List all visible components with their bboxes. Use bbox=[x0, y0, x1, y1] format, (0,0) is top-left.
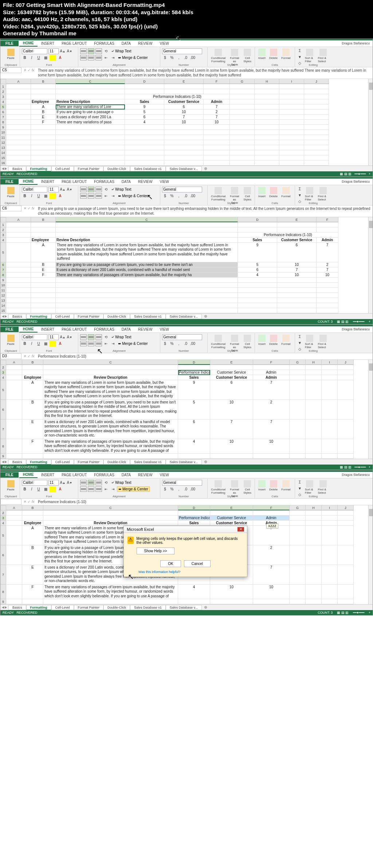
cell[interactable] bbox=[56, 155, 125, 160]
cell[interactable] bbox=[6, 120, 31, 125]
cell[interactable] bbox=[6, 267, 31, 272]
cell[interactable] bbox=[304, 89, 329, 94]
cell[interactable] bbox=[56, 278, 238, 283]
col-header[interactable]: A bbox=[6, 505, 22, 510]
align-middle[interactable] bbox=[88, 334, 94, 340]
tab-data[interactable]: DATA bbox=[118, 41, 134, 46]
cell[interactable]: Review Description bbox=[43, 375, 178, 380]
cell[interactable] bbox=[290, 370, 306, 375]
cell[interactable] bbox=[338, 545, 354, 565]
col-header[interactable]: I bbox=[322, 360, 338, 365]
col-header[interactable]: H bbox=[306, 360, 322, 365]
cell[interactable] bbox=[56, 288, 238, 293]
comma-icon[interactable]: , bbox=[176, 193, 182, 199]
cell[interactable] bbox=[255, 110, 279, 115]
cell[interactable]: 5 bbox=[125, 110, 164, 115]
delete-button[interactable]: Delete bbox=[268, 48, 279, 60]
cell[interactable] bbox=[204, 84, 230, 89]
format-button[interactable]: Format bbox=[280, 334, 292, 346]
sheet-tab[interactable]: Cell-Level bbox=[51, 459, 74, 465]
cell[interactable] bbox=[230, 145, 255, 150]
cell[interactable] bbox=[125, 135, 164, 140]
cell[interactable] bbox=[338, 400, 354, 419]
cell[interactable] bbox=[164, 84, 204, 89]
cell[interactable] bbox=[304, 160, 329, 166]
cell[interactable]: 5 bbox=[238, 262, 277, 267]
col-header[interactable]: F bbox=[253, 505, 290, 510]
cell[interactable] bbox=[6, 439, 22, 454]
cell[interactable] bbox=[277, 283, 317, 288]
cell[interactable] bbox=[6, 365, 22, 370]
sheet-tab[interactable]: Sales Database v... bbox=[166, 605, 202, 610]
cell[interactable] bbox=[164, 89, 204, 94]
cell[interactable] bbox=[317, 298, 338, 303]
cell[interactable] bbox=[338, 365, 354, 370]
align-top[interactable] bbox=[80, 48, 87, 54]
cell[interactable]: F bbox=[31, 272, 56, 278]
fill-color-button[interactable] bbox=[50, 341, 56, 347]
cell[interactable] bbox=[210, 454, 253, 459]
cell[interactable]: E bbox=[22, 419, 43, 439]
col-header[interactable]: B bbox=[31, 217, 56, 222]
format-button[interactable]: Format bbox=[280, 186, 292, 199]
cell[interactable]: E bbox=[22, 565, 43, 585]
fx-icon[interactable]: fx bbox=[32, 68, 34, 72]
cell[interactable] bbox=[322, 599, 338, 604]
cell[interactable]: 2 bbox=[253, 545, 290, 565]
insert-button[interactable]: Insert bbox=[257, 479, 267, 492]
cell[interactable]: If you are going to use a passage o bbox=[56, 110, 125, 115]
add-sheet-icon[interactable]: ⊕ bbox=[202, 166, 209, 171]
decrease-font-icon[interactable]: A▼ bbox=[67, 187, 72, 192]
cell[interactable]: Admin bbox=[253, 375, 290, 380]
cell[interactable] bbox=[125, 130, 164, 135]
cell[interactable] bbox=[230, 160, 255, 166]
cell[interactable] bbox=[304, 84, 329, 89]
font-select[interactable] bbox=[22, 187, 47, 192]
cell[interactable]: 10 bbox=[210, 439, 253, 454]
cell[interactable] bbox=[125, 125, 164, 130]
percent-icon[interactable]: % bbox=[169, 341, 175, 347]
cell[interactable] bbox=[322, 545, 338, 565]
cell[interactable] bbox=[31, 140, 56, 145]
comma-icon[interactable]: , bbox=[176, 486, 182, 492]
cell[interactable]: 10 bbox=[317, 272, 338, 278]
col-header[interactable]: J bbox=[304, 79, 329, 84]
cell[interactable]: 4 bbox=[178, 439, 210, 454]
cell[interactable] bbox=[255, 145, 279, 150]
cell[interactable] bbox=[31, 222, 56, 227]
cell[interactable] bbox=[204, 135, 230, 140]
cell[interactable] bbox=[279, 115, 304, 120]
dec-decimal-icon[interactable]: .00 bbox=[190, 486, 196, 492]
cell[interactable] bbox=[204, 145, 230, 150]
cell[interactable] bbox=[322, 370, 338, 375]
cell[interactable]: 10 bbox=[253, 585, 290, 599]
cell[interactable]: There are many variations of passages of… bbox=[56, 272, 238, 278]
font-select[interactable] bbox=[22, 334, 47, 340]
cell[interactable] bbox=[230, 120, 255, 125]
cell[interactable] bbox=[56, 84, 125, 89]
font-color-button[interactable]: A bbox=[57, 55, 63, 61]
cell[interactable] bbox=[6, 419, 22, 439]
dec-decimal-icon[interactable]: .00 bbox=[190, 341, 196, 347]
cell[interactable] bbox=[56, 145, 125, 150]
col-header[interactable]: J bbox=[338, 360, 354, 365]
cell[interactable]: Admin bbox=[317, 238, 338, 243]
indent-dec-icon[interactable]: ⇤ bbox=[103, 55, 109, 61]
col-header[interactable]: H bbox=[306, 505, 322, 510]
cell[interactable] bbox=[31, 150, 56, 155]
cell[interactable] bbox=[279, 99, 304, 104]
cell[interactable] bbox=[277, 227, 317, 232]
cell[interactable] bbox=[253, 510, 290, 515]
italic-button[interactable]: I bbox=[29, 193, 35, 199]
sheet-tab[interactable]: Sales Database v1 bbox=[130, 314, 166, 319]
col-header[interactable]: C bbox=[56, 79, 125, 84]
cell[interactable] bbox=[31, 94, 56, 99]
cell[interactable] bbox=[306, 545, 322, 565]
cell[interactable] bbox=[238, 222, 277, 227]
cell[interactable] bbox=[204, 140, 230, 145]
cell[interactable]: Review Description bbox=[56, 99, 125, 104]
cell[interactable] bbox=[31, 278, 56, 283]
cell[interactable] bbox=[306, 521, 322, 526]
format-button[interactable]: Format bbox=[280, 48, 292, 60]
indent-dec-icon[interactable]: ⇤ bbox=[103, 341, 109, 347]
